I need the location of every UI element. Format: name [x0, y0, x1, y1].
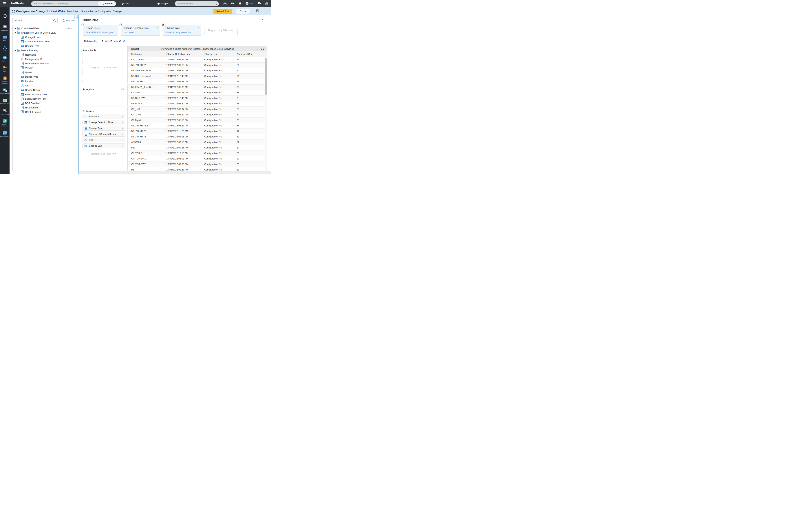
report-input-drop-zone[interactable]: Drag and drop fields here. [204, 26, 238, 35]
column-header-change-type[interactable]: Change Type [204, 51, 237, 57]
table-row[interactable]: US-BOS-R110/02/2022 08:59 AMConfiguratio… [128, 101, 265, 107]
sidebar-item-intent-library[interactable]: IIntent Library [0, 108, 10, 115]
fullscreen-preview-icon[interactable] [261, 48, 264, 50]
refresh-link[interactable]: Refresh [62, 19, 75, 22]
table-row[interactable]: CP-SW110/07/2022 09:43 PMConfiguration F… [128, 90, 265, 96]
remove-column-icon[interactable]: × [122, 133, 124, 136]
remove-column-icon[interactable]: × [122, 127, 124, 130]
tree-item-model[interactable]: SModel [13, 70, 75, 74]
help-icon[interactable]: ? [265, 2, 268, 5]
edit-title-pencil-icon[interactable] [60, 10, 63, 13]
scrollbar-thumb[interactable] [265, 58, 267, 95]
pivot-drop-zone[interactable]: Drag and drop fields here. [82, 53, 125, 82]
tree-item-ospf-enabled[interactable]: SOSPF Enabled [13, 110, 75, 114]
tree-item-device-group[interactable]: Device Group [13, 88, 75, 92]
tree-item-changed-lines[interactable]: SChanged Lines [13, 35, 75, 39]
table-row[interactable]: CA-TOR-SW110/02/2022 03:03 AMConfigurati… [128, 156, 265, 162]
sidebar-item-dashboard[interactable]: Dashboard [0, 24, 10, 31]
tree-item-change-detection-time[interactable]: Change Detection Time [13, 39, 75, 44]
chat-icon[interactable] [231, 2, 234, 5]
analytics-add-link[interactable]: + Add [119, 88, 125, 90]
sidebar-item-site[interactable]: Site [0, 45, 10, 52]
table-row[interactable]: CA-TOR-SW210/03/2022 09:33 PMConfigurati… [128, 162, 265, 167]
add-new-icon[interactable] [3, 14, 7, 18]
columns-drop-zone[interactable]: Drag and drop fields here. [80, 152, 128, 155]
condition-card-b[interactable]: BChange Detection Time×Last Week [121, 25, 160, 36]
user-avatar-icon[interactable] [258, 2, 261, 5]
table-row[interactable]: CP_GW210/04/2022 08:22 PMConfiguration F… [128, 112, 265, 118]
tree-item-last-discovery-time[interactable]: Last Discovery Time [13, 96, 75, 101]
edit-relationship-pencil-icon[interactable] [123, 40, 126, 42]
column-chip-change-date[interactable]: Change Date× [82, 144, 125, 148]
sidebar-item-intent-manager[interactable]: IIntent Manager [0, 88, 10, 94]
table-row[interactable]: bob10/02/2022 09:21 AMConfiguration File… [128, 145, 265, 151]
tree-item-hostname[interactable]: SHostname [13, 53, 75, 57]
condition-value-link[interactable]: Equals Configuration File [166, 31, 191, 34]
nav-path[interactable]: Path [122, 0, 129, 7]
tree-item-ha-enabled[interactable]: SHA Enabled [13, 105, 75, 110]
add-field-link[interactable]: + Add [66, 27, 72, 30]
collapse-panel-icon[interactable]: « [74, 15, 78, 19]
tree-item-change-type[interactable]: Change Type [13, 44, 75, 48]
alarm-monitor-icon[interactable] [223, 2, 227, 5]
table-row[interactable]: NB-IPN-01_TempN...10/04/2022 07:30 AMCon… [128, 85, 265, 90]
table-row[interactable]: NBLAB-XR-P510/06/2022 01:11 PMConfigurat… [128, 134, 265, 140]
column-chip-change-detection-time[interactable]: Change Detection Time× [82, 120, 125, 125]
condition-value-link[interactable]: Last Week [124, 31, 135, 34]
save-and-run-button[interactable]: Save & Run [213, 9, 232, 14]
tree-item-device-type[interactable]: Device Type [13, 74, 75, 79]
table-row[interactable]: CP-Mgmt10/05/2022 05:16 PMConfiguration … [128, 118, 265, 123]
remove-condition-icon[interactable]: × [198, 26, 199, 29]
app-grid-icon[interactable] [3, 2, 6, 5]
sidebar-item-path[interactable]: ABPath [0, 66, 10, 72]
table-row[interactable]: NBLAB-XR-P310/07/2022 11:20 AMConfigurat… [128, 129, 265, 134]
sidebar-item-runbook-template[interactable]: RRunbook Template [0, 76, 10, 84]
sidebar-item-files[interactable]: Files [0, 35, 10, 41]
table-row[interactable]: US-NYC-SW110/03/2022 12:49 AMConfigurati… [128, 96, 265, 101]
tree-item-site[interactable]: Site [13, 83, 75, 88]
search-button[interactable]: Search [98, 1, 116, 6]
panel-resize-divider[interactable] [78, 15, 79, 174]
incident-search-input[interactable] [175, 2, 214, 5]
column-chip-number-of-changed-lines[interactable]: SNumber of Changed Lines× [82, 132, 125, 137]
global-search-input[interactable] [31, 2, 98, 5]
tree-caret-icon[interactable] [14, 50, 16, 51]
table-row[interactable]: NBLAB-XR-PE410/06/2022 05:27 PMConfigura… [128, 123, 265, 129]
remove-column-icon[interactable]: × [122, 115, 124, 118]
column-chip-site[interactable]: Site× [82, 138, 125, 142]
sidebar-item-network[interactable]: Network [0, 55, 10, 62]
tree-caret-icon[interactable] [14, 32, 16, 33]
condition-card-c[interactable]: CChange Type×Equals Configuration File [163, 25, 201, 36]
close-button[interactable]: Close [236, 9, 250, 14]
collapse-section-chevron-icon[interactable] [261, 19, 263, 21]
column-header-hostname[interactable]: Hostname [128, 51, 166, 57]
tree-item-customized-field[interactable]: Customized Field+ Add [13, 26, 75, 31]
tree-caret-icon[interactable] [14, 28, 16, 29]
table-row[interactable]: CA-TOR-SW110/01/2022 07:47 AMConfigurati… [128, 57, 265, 62]
lab-label[interactable]: Lab [249, 2, 253, 5]
tree-item-changes-on-built-in-device-data[interactable]: Changes on Built-in Device Data [13, 31, 75, 35]
remove-column-icon[interactable]: × [122, 144, 124, 147]
condition-value-link[interactable]: Site: US-EAST, Unassigned [86, 31, 114, 34]
tree-item-management-ip[interactable]: IPManagement IP [13, 57, 75, 61]
tree-item-first-discovery-time[interactable]: First Discovery Time [13, 92, 75, 96]
nav-support[interactable]: Support [157, 0, 169, 7]
field-search-input[interactable] [13, 19, 53, 22]
condition-card-a[interactable]: ADevice (default)Site: US-EAST, Unassign… [83, 25, 118, 36]
tree-item-device-property[interactable]: Device Property [13, 48, 75, 53]
table-row[interactable]: NBLAB-XR-P110/02/2022 00:16 PMConfigurat… [128, 62, 265, 68]
collapse-preview-icon[interactable] [257, 48, 259, 50]
tree-item-vendor[interactable]: SVendor [13, 66, 75, 70]
table-row[interactable]: R110/01/2022 02:53 AMConfiguration File3… [128, 167, 265, 171]
column-header-number-of-cha-[interactable]: Number of Cha... [237, 51, 267, 57]
sidebar-item-network-change[interactable]: Network Change [0, 119, 10, 127]
sidebar-item-pa-dashboard[interactable]: PA Dashboard [0, 98, 10, 105]
table-row[interactable]: AS3000010/03/2022 09:15 AMConfiguration … [128, 140, 265, 145]
table-row[interactable]: US-SMF-Receiver110/03/2022 03:54 AMConfi… [128, 68, 265, 74]
more-options-icon[interactable]: ••• [264, 10, 268, 12]
remove-condition-icon[interactable]: × [157, 26, 158, 29]
column-chip-change-type[interactable]: Change Type× [82, 126, 125, 131]
report-scrollbar[interactable] [265, 57, 267, 171]
expand-report-icon[interactable] [12, 10, 15, 13]
notifications-bell-icon[interactable] [239, 2, 242, 5]
